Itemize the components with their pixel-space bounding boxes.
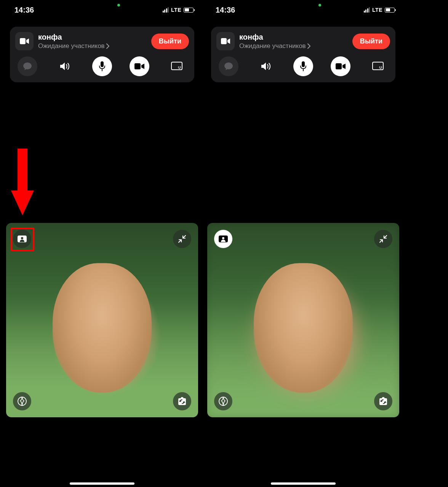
effects-button[interactable]: [13, 392, 31, 410]
flip-camera-icon: [378, 397, 389, 406]
chat-button[interactable]: [219, 56, 238, 76]
camera-toggle-button[interactable]: [331, 56, 350, 76]
svg-rect-10: [18, 149, 27, 192]
microphone-button[interactable]: [92, 56, 112, 76]
camera-active-dot: [117, 4, 120, 6]
svg-rect-11: [221, 38, 227, 44]
screen-share-icon: [372, 62, 384, 71]
self-video-area: [6, 223, 198, 417]
screen-share-button[interactable]: [368, 56, 388, 76]
svg-point-6: [179, 66, 180, 67]
home-indicator[interactable]: [271, 482, 336, 485]
svg-point-19: [222, 237, 224, 239]
video-camera-icon: [336, 62, 346, 70]
speaker-button[interactable]: [256, 56, 276, 76]
minimize-button[interactable]: [374, 230, 392, 248]
leave-button[interactable]: Выйти: [151, 34, 189, 49]
status-time: 14:36: [216, 6, 235, 14]
flip-camera-button[interactable]: [374, 392, 392, 410]
minimize-button[interactable]: [173, 230, 191, 248]
call-header: конфа Ожидание участников Выйти: [15, 32, 189, 50]
svg-rect-4: [171, 62, 182, 70]
home-indicator[interactable]: [70, 482, 134, 485]
screen-before: 14:36 LTE конфа Ожидание участников: [3, 0, 201, 487]
call-camera-badge[interactable]: [216, 32, 235, 50]
flip-camera-button[interactable]: [173, 392, 191, 410]
call-toolbar: [216, 56, 390, 76]
effects-button[interactable]: [214, 392, 232, 410]
chat-bubble-icon: [22, 61, 32, 71]
svg-rect-3: [134, 63, 141, 69]
call-info[interactable]: конфа Ожидание участников: [38, 33, 147, 50]
svg-rect-14: [336, 63, 342, 69]
video-camera-icon: [221, 38, 230, 45]
network-label: LTE: [171, 7, 181, 13]
svg-point-8: [21, 237, 23, 239]
status-bar: 14:36 LTE: [3, 0, 201, 15]
chevron-right-icon: [307, 43, 310, 49]
battery-icon: [184, 8, 194, 13]
signal-icon: [364, 7, 370, 13]
speaker-icon: [260, 61, 272, 71]
video-camera-icon: [134, 62, 144, 70]
status-time: 14:36: [14, 6, 34, 14]
speaker-button[interactable]: [55, 56, 75, 76]
call-subtitle-text: Ожидание участников: [239, 42, 306, 50]
battery-icon: [385, 8, 395, 13]
person-rect-icon: [17, 235, 27, 243]
call-title: конфа: [239, 33, 348, 42]
status-right: LTE: [364, 7, 395, 13]
network-label: LTE: [372, 7, 382, 13]
signal-icon: [163, 7, 169, 13]
minimize-icon: [178, 235, 186, 243]
chevron-right-icon: [106, 43, 109, 49]
person-rect-icon: [218, 235, 228, 243]
call-toolbar: [15, 56, 189, 76]
effects-star-icon: [17, 396, 27, 407]
status-right: LTE: [163, 7, 194, 13]
svg-rect-12: [302, 61, 305, 67]
leave-button[interactable]: Выйти: [352, 34, 390, 49]
call-subtitle: Ожидание участников: [38, 42, 147, 50]
annotation-arrow: [9, 149, 36, 215]
call-info[interactable]: конфа Ожидание участников: [239, 33, 348, 50]
speaker-icon: [59, 61, 70, 71]
portrait-mode-button-active[interactable]: [214, 230, 232, 248]
svg-rect-15: [373, 62, 383, 70]
camera-toggle-button[interactable]: [130, 56, 149, 76]
call-subtitle: Ожидание участников: [239, 42, 348, 50]
call-card: конфа Ожидание участников Выйти: [211, 27, 395, 82]
screen-share-icon: [171, 62, 182, 71]
call-card: конфа Ожидание участников Выйти: [10, 27, 194, 82]
call-title: конфа: [38, 33, 147, 42]
chat-button[interactable]: [18, 56, 37, 76]
screen-after: 14:36 LTE конфа Ожидание участников: [204, 0, 402, 487]
face-placeholder: [53, 263, 152, 392]
svg-rect-0: [20, 38, 26, 44]
camera-active-dot: [318, 4, 321, 6]
status-bar: 14:36 LTE: [204, 0, 402, 15]
self-video-area: [207, 223, 399, 417]
portrait-mode-button[interactable]: [13, 230, 31, 248]
call-header: конфа Ожидание участников Выйти: [216, 32, 390, 50]
screen-share-button[interactable]: [167, 56, 187, 76]
microphone-button[interactable]: [293, 56, 313, 76]
microphone-icon: [299, 61, 307, 72]
minimize-icon: [379, 235, 387, 243]
face-placeholder: [254, 263, 353, 392]
chat-bubble-icon: [224, 61, 234, 71]
microphone-icon: [98, 61, 106, 72]
call-subtitle-text: Ожидание участников: [38, 42, 105, 50]
flip-camera-icon: [177, 397, 187, 406]
svg-point-17: [380, 66, 381, 67]
call-camera-badge[interactable]: [15, 32, 34, 50]
svg-rect-1: [101, 61, 104, 67]
video-camera-icon: [20, 38, 29, 45]
effects-star-icon: [218, 396, 229, 407]
